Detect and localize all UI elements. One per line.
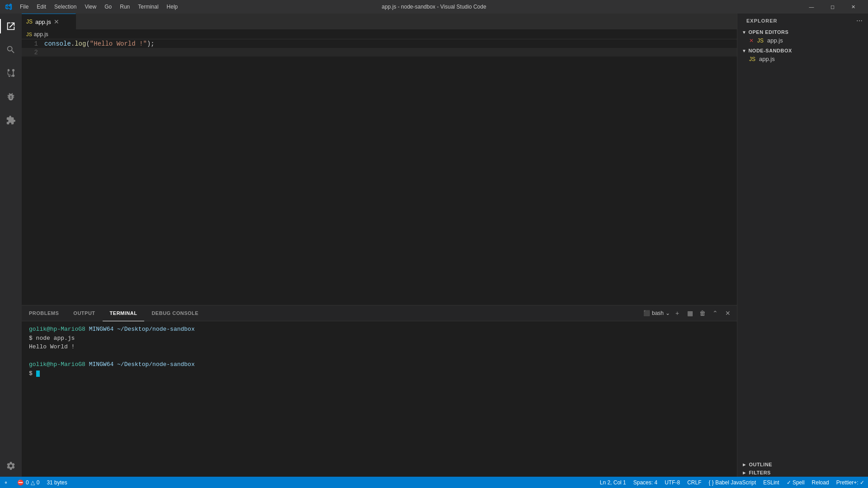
open-editors-chevron: ▼ bbox=[742, 30, 746, 35]
branch-icon: ⚬ bbox=[4, 479, 8, 486]
status-spell[interactable]: ✓ Spell bbox=[783, 477, 808, 488]
status-line-ending[interactable]: CRLF bbox=[684, 477, 705, 488]
menu-go[interactable]: Go bbox=[101, 3, 115, 11]
breadcrumb: JS app.js bbox=[22, 29, 737, 39]
panel-tab-output[interactable]: OUTPUT bbox=[66, 305, 102, 321]
status-language[interactable]: { } Babel JavaScript bbox=[705, 477, 760, 488]
file-size-value: 31 bytes bbox=[47, 479, 67, 486]
tab-label: app.js bbox=[35, 19, 51, 25]
minimize-button[interactable]: — bbox=[801, 0, 822, 14]
status-errors[interactable]: ⛔ 0 △ 0 bbox=[14, 477, 43, 488]
outline-section[interactable]: ► OUTLINE bbox=[737, 460, 868, 469]
status-ln-col[interactable]: Ln 2, Col 1 bbox=[596, 477, 630, 488]
panel: PROBLEMS OUTPUT TERMINAL DEBUG CONSOLE ⬛… bbox=[22, 305, 737, 477]
bash-label: ⬛ bash ⌄ bbox=[643, 310, 670, 316]
panel-close-button[interactable]: ✕ bbox=[722, 308, 733, 319]
panel-tab-debug-console[interactable]: DEBUG CONSOLE bbox=[144, 305, 206, 321]
breadcrumb-file-icon: JS bbox=[26, 32, 32, 37]
js-icon: JS bbox=[757, 38, 764, 44]
line-content-2 bbox=[44, 49, 737, 56]
menu-view[interactable]: View bbox=[81, 3, 100, 11]
titlebar: File Edit Selection View Go Run Terminal… bbox=[0, 0, 868, 14]
terminal-blank-1 bbox=[29, 352, 730, 361]
main-layout: JS app.js ✕ JS app.js 1 console.log("Hel… bbox=[0, 14, 868, 477]
term-path-2: ~/Desktop/node-sandbox bbox=[117, 361, 195, 368]
menu-edit[interactable]: Edit bbox=[33, 3, 50, 11]
activity-source-control[interactable] bbox=[0, 62, 22, 84]
menu-terminal[interactable]: Terminal bbox=[134, 3, 162, 11]
right-sidebar-title: EXPLORER bbox=[746, 18, 778, 23]
status-prettier[interactable]: Prettier+: ✓ bbox=[833, 477, 868, 488]
line-content-1: console.log("Hello World !"); bbox=[44, 40, 737, 47]
terminal-line-4: golik@hp-MarioG8 MINGW64 ~/Desktop/node-… bbox=[29, 360, 730, 369]
activity-search[interactable] bbox=[0, 39, 22, 61]
node-sandbox-item-app-js[interactable]: JS app.js bbox=[737, 55, 868, 63]
terminal-content[interactable]: golik@hp-MarioG8 MINGW64 ~/Desktop/node-… bbox=[22, 321, 737, 477]
term-user-2: golik@hp-MarioG8 bbox=[29, 361, 85, 368]
code-editor[interactable]: 1 console.log("Hello World !"); 2 bbox=[22, 39, 737, 305]
menu-bar: File Edit Selection View Go Run Terminal… bbox=[5, 3, 181, 11]
prettier-value: Prettier+: ✓ bbox=[836, 479, 864, 486]
menu-selection[interactable]: Selection bbox=[51, 3, 80, 11]
eslint-value: ESLint bbox=[763, 479, 779, 486]
tab-close-button[interactable]: ✕ bbox=[54, 18, 59, 25]
language-value: { } Babel JavaScript bbox=[708, 479, 756, 486]
outline-chevron: ► bbox=[742, 462, 747, 467]
add-terminal-button[interactable]: + bbox=[672, 308, 683, 319]
activity-bar bbox=[0, 14, 22, 477]
code-line-2: 2 bbox=[22, 48, 737, 56]
open-editors-item-app-js[interactable]: ✕ JS app.js bbox=[737, 36, 868, 45]
editor-tabs: JS app.js ✕ bbox=[22, 14, 737, 29]
split-terminal-button[interactable]: ▦ bbox=[684, 308, 695, 319]
panel-maximize-button[interactable]: ⌃ bbox=[710, 308, 721, 319]
status-reload[interactable]: Reload bbox=[808, 477, 833, 488]
panel-tab-terminal[interactable]: TERMINAL bbox=[103, 305, 145, 321]
filters-label: FILTERS bbox=[749, 470, 771, 475]
window-controls: — ◻ ✕ bbox=[801, 0, 863, 14]
error-icon: ⛔ bbox=[17, 479, 24, 486]
status-eslint[interactable]: ESLint bbox=[760, 477, 783, 488]
activity-settings[interactable] bbox=[0, 455, 22, 477]
terminal-cursor-line: $ bbox=[29, 369, 730, 378]
open-editors-label: OPEN EDITORS bbox=[748, 29, 788, 35]
terminal-line-3: Hello World ! bbox=[29, 343, 730, 352]
node-sandbox-header[interactable]: ▼ NODE-SANDBOX bbox=[737, 47, 868, 55]
close-button[interactable]: ✕ bbox=[843, 0, 863, 14]
status-encoding[interactable]: UTF-8 bbox=[661, 477, 684, 488]
term-user-1: golik@hp-MarioG8 bbox=[29, 326, 85, 333]
right-sidebar-actions: ⋯ bbox=[856, 17, 863, 24]
warning-count: 0 bbox=[37, 479, 40, 486]
panel-tabs: PROBLEMS OUTPUT TERMINAL DEBUG CONSOLE ⬛… bbox=[22, 305, 737, 321]
status-right: Ln 2, Col 1 Spaces: 4 UTF-8 CRLF { } Bab… bbox=[596, 477, 868, 488]
vscode-logo bbox=[5, 3, 13, 11]
status-spaces[interactable]: Spaces: 4 bbox=[630, 477, 661, 488]
tab-app-js[interactable]: JS app.js ✕ bbox=[22, 14, 76, 29]
menu-file[interactable]: File bbox=[16, 3, 32, 11]
sidebar-more-button[interactable]: ⋯ bbox=[856, 17, 863, 24]
breadcrumb-file: app.js bbox=[34, 31, 48, 38]
panel-tab-problems[interactable]: PROBLEMS bbox=[22, 305, 66, 321]
encoding-value: UTF-8 bbox=[665, 479, 680, 486]
activity-extensions[interactable] bbox=[0, 109, 22, 131]
js-file-icon: JS bbox=[26, 19, 33, 25]
open-editors-section: ▼ OPEN EDITORS ✕ JS app.js bbox=[737, 28, 868, 45]
activity-run-debug[interactable] bbox=[0, 86, 22, 108]
activity-explorer[interactable] bbox=[0, 15, 22, 37]
menu-help[interactable]: Help bbox=[163, 3, 182, 11]
terminal-cursor bbox=[36, 371, 40, 377]
terminal-line-2: $ node app.js bbox=[29, 334, 730, 343]
menu-run[interactable]: Run bbox=[116, 3, 133, 11]
warning-icon: △ bbox=[31, 479, 35, 486]
filters-section[interactable]: ► FILTERS bbox=[737, 469, 868, 477]
project-file-name: app.js bbox=[759, 56, 775, 62]
kill-terminal-button[interactable]: 🗑 bbox=[697, 308, 708, 319]
editor-area: JS app.js ✕ JS app.js 1 console.log("Hel… bbox=[22, 14, 737, 477]
open-editors-header[interactable]: ▼ OPEN EDITORS bbox=[737, 28, 868, 36]
restore-button[interactable]: ◻ bbox=[822, 0, 843, 14]
sidebar-spacer bbox=[737, 63, 868, 460]
file-close-icon[interactable]: ✕ bbox=[749, 38, 754, 44]
status-branch[interactable]: ⚬ bbox=[0, 477, 14, 488]
status-file-size[interactable]: 31 bytes bbox=[43, 477, 71, 488]
terminal-icon: ⬛ bbox=[643, 310, 650, 316]
outline-label: OUTLINE bbox=[749, 462, 772, 467]
